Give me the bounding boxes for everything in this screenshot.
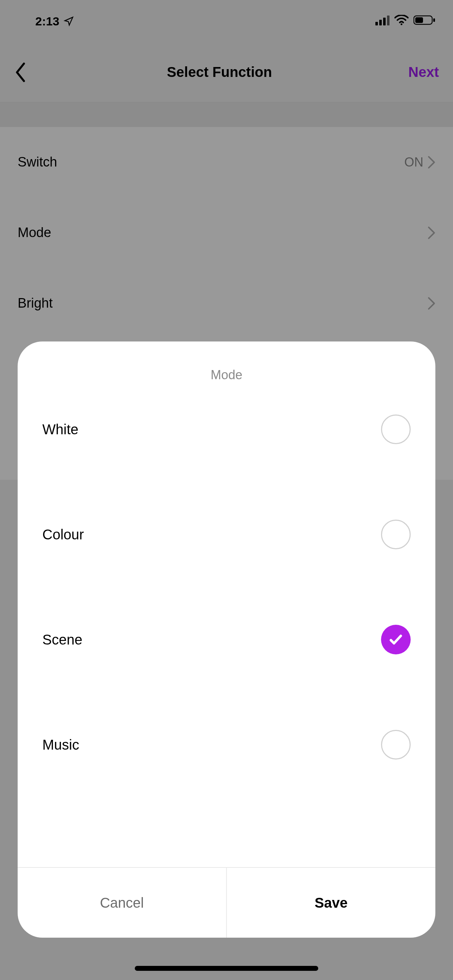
- option-music[interactable]: Music: [17, 692, 436, 797]
- mode-options[interactable]: White Colour Scene Music: [17, 409, 436, 867]
- radio-unchecked-icon: [381, 415, 411, 444]
- option-scene[interactable]: Scene: [17, 587, 436, 692]
- cancel-button[interactable]: Cancel: [17, 868, 227, 938]
- home-indicator[interactable]: [135, 966, 318, 971]
- option-music-label: Music: [42, 737, 79, 753]
- radio-unchecked-icon: [381, 730, 411, 759]
- sheet-title: Mode: [17, 342, 436, 409]
- radio-checked-icon: [381, 625, 411, 654]
- option-white-label: White: [42, 422, 78, 438]
- radio-unchecked-icon: [381, 520, 411, 549]
- mode-sheet: Mode White Colour Scene Music C: [17, 342, 436, 938]
- save-button[interactable]: Save: [227, 868, 436, 938]
- option-colour-label: Colour: [42, 527, 84, 542]
- sheet-actions: Cancel Save: [17, 867, 436, 938]
- option-scene-label: Scene: [42, 632, 82, 648]
- option-white[interactable]: White: [17, 409, 436, 482]
- option-colour[interactable]: Colour: [17, 482, 436, 587]
